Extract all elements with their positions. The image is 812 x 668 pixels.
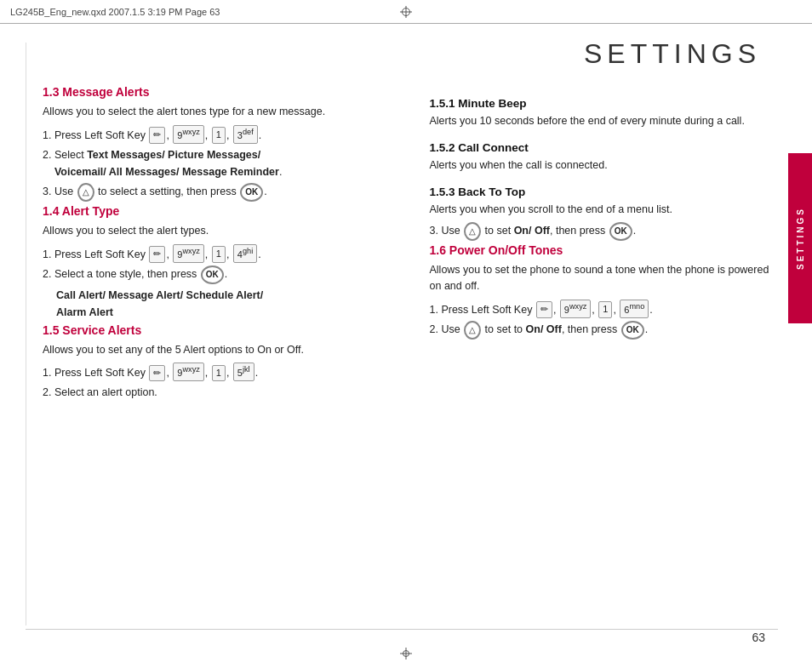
vertical-settings-label: SETTINGS (796, 207, 805, 270)
section-1-4-title: 1.4 Alert Type (43, 204, 387, 218)
section-1-5-step1: 1. Press Left Soft Key ✏, 9wxyz, 1, 5jkl… (43, 363, 387, 381)
header-text: LG245B_Eng_new.qxd 2007.1.5 3:19 PM Page… (10, 7, 220, 17)
nav-key-1-5-3: △ (464, 222, 481, 241)
page-title: SETTINGS (584, 38, 761, 70)
section-1-3-step2: 2. Select Text Messages/ Picture Message… (43, 146, 387, 180)
key-9-1-5: 9wxyz (173, 363, 203, 381)
key-1-1-6: 1 (598, 301, 612, 317)
key-9: 9wxyz (173, 125, 203, 144)
ok-key-1-4: OK (201, 265, 224, 284)
header-crosshair (400, 6, 412, 18)
main-content: 1.3 Message Alerts Allows you to select … (43, 85, 774, 617)
key-pen-1-5: ✏ (149, 365, 165, 381)
key-pen-1-6: ✏ (536, 301, 552, 317)
section-1-3-step3: 3. Use △ to select a setting, then press… (43, 183, 387, 202)
section-1-5-step2: 2. Select an alert option. (43, 384, 387, 401)
key-pen: ✏ (149, 127, 165, 143)
section-1-6-step1: 1. Press Left Soft Key ✏, 9wxyz, 1, 6mno… (430, 300, 775, 318)
section-1-4-step2: 2. Select a tone style, then press OK. (43, 265, 387, 284)
section-1-4-note: Call Alert/ Message Alert/ Schedule Aler… (43, 287, 387, 321)
key-1: 1 (212, 127, 226, 143)
section-1-6: 1.6 Power On/Off Tones Allows you to set… (430, 243, 775, 340)
col-right: 1.5.1 Minute Beep Alerts you 10 seconds … (413, 85, 775, 617)
section-1-3: 1.3 Message Alerts Allows you to select … (43, 85, 387, 202)
section-1-5-2-title: 1.5.2 Call Connect (430, 141, 775, 154)
section-1-5-1: 1.5.1 Minute Beep Alerts you 10 seconds … (430, 97, 775, 129)
section-1-5-title: 1.5 Service Alerts (43, 323, 387, 337)
section-1-4-body: Allows you to select the alert types. (43, 223, 387, 239)
section-1-5-1-body: Alerts you 10 seconds before the end of … (430, 113, 775, 129)
left-decorative-line (26, 43, 26, 625)
bottom-line (26, 629, 778, 630)
nav-key-1-6: △ (464, 321, 481, 340)
page-number: 63 (752, 631, 765, 644)
key-9-1-6: 9wxyz (560, 300, 591, 318)
section-1-3-title: 1.3 Message Alerts (43, 85, 387, 99)
section-1-5-body: Allows you to set any of the 5 Alert opt… (43, 342, 387, 358)
key-9-1-4: 9wxyz (173, 244, 203, 263)
section-1-6-body: Allows you to set the phone to sound a t… (430, 262, 775, 294)
key-1-1-5: 1 (212, 365, 226, 381)
col-left: 1.3 Message Alerts Allows you to select … (43, 85, 413, 617)
ok-key: OK (240, 183, 263, 202)
section-1-5-1-title: 1.5.1 Minute Beep (430, 97, 775, 110)
bottom-crosshair (400, 648, 412, 659)
section-1-5-2: 1.5.2 Call Connect Alerts you when the c… (430, 141, 775, 174)
section-1-3-body: Allows you to select the alert tones typ… (43, 104, 387, 120)
section-1-6-step2: 2. Use △ to set to On/ Off, then press O… (430, 321, 775, 340)
ok-key-1-6: OK (621, 321, 644, 340)
section-1-4: 1.4 Alert Type Allows you to select the … (43, 204, 387, 321)
nav-key: △ (77, 183, 94, 202)
key-pen-1-4: ✏ (149, 246, 165, 262)
section-1-3-step1: 1. Press Left Soft Key ✏, 9wxyz, 1, 3def… (43, 125, 387, 144)
section-1-5-3-step3: 3. Use △ to set On/ Off, then press OK. (430, 222, 775, 241)
section-1-5-3: 1.5.3 Back To Top Alerts you when you sc… (430, 186, 775, 242)
key-5-1-5: 5jkl (233, 363, 254, 381)
section-1-4-step1: 1. Press Left Soft Key ✏, 9wxyz, 1, 4ghi… (43, 244, 387, 263)
key-3: 3def (233, 125, 258, 144)
section-1-6-title: 1.6 Power On/Off Tones (430, 243, 775, 257)
key-6-1-6: 6mno (620, 300, 649, 318)
ok-key-1-5-3: OK (609, 222, 632, 241)
vertical-settings-tab: SETTINGS (788, 153, 812, 323)
header-bar: LG245B_Eng_new.qxd 2007.1.5 3:19 PM Page… (0, 0, 812, 24)
section-1-5-3-title: 1.5.3 Back To Top (430, 186, 775, 198)
section-1-5-2-body: Alerts you when the call is connected. (430, 157, 775, 174)
key-4-1-4: 4ghi (233, 244, 257, 263)
section-1-5-3-body: Alerts you when you scroll to the end of… (430, 202, 775, 218)
key-1-1-4: 1 (212, 246, 226, 262)
section-1-5: 1.5 Service Alerts Allows you to set any… (43, 323, 387, 402)
